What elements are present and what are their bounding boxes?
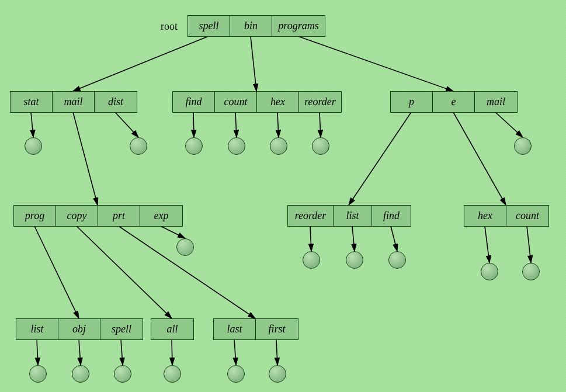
- cell-root-1: bin: [230, 16, 272, 36]
- cell-p-1: list: [334, 206, 372, 226]
- edge-bin-L_hexB: [277, 112, 279, 137]
- leaf-L_list: [29, 365, 47, 383]
- cell-prt-1: first: [256, 319, 298, 339]
- cell-p-2: find: [372, 206, 411, 226]
- edge-p-L_findP: [391, 226, 397, 251]
- edge-spell-mail: [73, 112, 98, 205]
- node-prt: lastfirst: [213, 318, 298, 340]
- leaf-L_countE: [522, 263, 540, 280]
- edge-spell-L_stat: [31, 112, 33, 137]
- leaf-L_all: [164, 365, 181, 383]
- node-programs: pemail: [390, 91, 518, 113]
- edge-prog-L_list: [37, 339, 38, 365]
- cell-bin-2: hex: [257, 92, 299, 112]
- cell-root-2: programs: [272, 16, 325, 36]
- cell-mail-2: prt: [98, 206, 140, 226]
- cell-spell-2: dist: [95, 92, 137, 112]
- leaf-L_reorderP: [303, 251, 320, 269]
- cell-mail-1: copy: [56, 206, 98, 226]
- node-spell: statmaildist: [10, 91, 137, 113]
- edge-prog-L_spell: [121, 339, 123, 365]
- edge-mail-prog: [34, 226, 79, 318]
- edge-spell-L_dist: [115, 112, 138, 137]
- edge-bin-L_find: [193, 112, 194, 137]
- cell-programs-2: mail: [475, 92, 517, 112]
- edge-programs-L_mailP: [495, 112, 523, 137]
- cell-prog-1: obj: [58, 319, 100, 339]
- edge-root-spell: [73, 36, 209, 91]
- edge-prt-L_first: [276, 339, 277, 365]
- cell-spell-0: stat: [11, 92, 53, 112]
- cell-prt-0: last: [214, 319, 256, 339]
- leaf-L_spell: [114, 365, 131, 383]
- edge-p-L_listP: [352, 226, 355, 251]
- edge-programs-e: [453, 112, 506, 205]
- cell-programs-0: p: [391, 92, 433, 112]
- node-copy: all: [151, 318, 194, 340]
- cell-mail-3: exp: [140, 206, 182, 226]
- leaf-L_obj: [72, 365, 89, 383]
- leaf-L_first: [269, 365, 286, 383]
- cell-e-0: hex: [464, 206, 506, 226]
- edge-copy-L_all: [172, 339, 172, 365]
- cell-p-0: reorder: [288, 206, 334, 226]
- cell-bin-3: reorder: [299, 92, 341, 112]
- leaf-L_findP: [388, 251, 406, 269]
- cell-programs-1: e: [433, 92, 475, 112]
- leaf-L_mailP: [514, 137, 532, 155]
- edge-mail-copy: [77, 226, 172, 318]
- leaf-L_reorderB: [312, 137, 329, 155]
- leaf-L_count: [228, 137, 245, 155]
- root-label: root: [161, 20, 178, 33]
- cell-e-1: count: [506, 206, 548, 226]
- edge-e-L_hexE: [485, 226, 489, 263]
- leaf-L_last: [227, 365, 245, 383]
- cell-prog-2: spell: [100, 319, 143, 339]
- node-bin: findcounthexreorder: [172, 91, 342, 113]
- cell-copy-0: all: [151, 319, 193, 339]
- leaf-L_listP: [346, 251, 363, 269]
- cell-prog-0: list: [16, 319, 58, 339]
- edge-prog-L_obj: [79, 339, 81, 365]
- node-p: reorderlistfind: [287, 205, 411, 227]
- edge-bin-L_count: [235, 112, 237, 137]
- edge-bin-L_reorderB: [320, 112, 321, 137]
- leaf-L_dist: [130, 137, 147, 155]
- edge-p-L_reorderP: [310, 226, 311, 251]
- edge-e-L_countE: [527, 226, 531, 263]
- cell-root-0: spell: [188, 16, 230, 36]
- leaf-L_hexE: [481, 263, 498, 280]
- edge-prt-L_last: [234, 339, 236, 365]
- leaf-L_find: [185, 137, 203, 155]
- node-e: hexcount: [464, 205, 549, 227]
- cell-bin-0: find: [173, 92, 215, 112]
- edge-mail-L_exp: [161, 226, 185, 238]
- node-root: spellbinprograms: [187, 15, 325, 37]
- cell-mail-0: prog: [14, 206, 56, 226]
- leaf-L_hexB: [270, 137, 287, 155]
- leaf-L_exp: [176, 238, 194, 256]
- node-prog: listobjspell: [16, 318, 143, 340]
- edge-programs-p: [349, 112, 411, 205]
- leaf-L_stat: [25, 137, 42, 155]
- node-mail: progcopyprtexp: [13, 205, 183, 227]
- cell-spell-1: mail: [53, 92, 95, 112]
- cell-bin-1: count: [215, 92, 257, 112]
- edge-root-programs: [298, 36, 453, 91]
- edge-root-bin: [251, 36, 256, 91]
